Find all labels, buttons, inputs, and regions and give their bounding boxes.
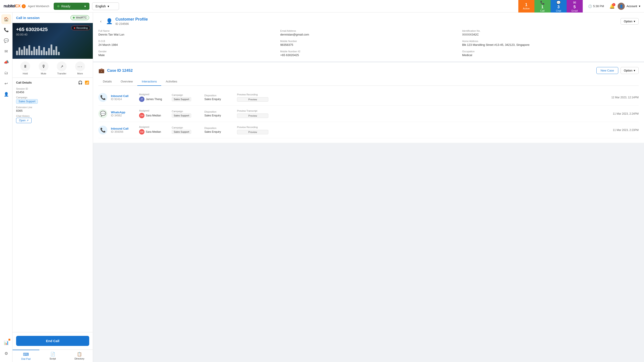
hold-label: Hold bbox=[23, 72, 28, 75]
campaign-row: Campaign Sales Support bbox=[16, 96, 89, 104]
chat-history-label: Chat History bbox=[16, 115, 89, 117]
right-panel: ‹ 👤 Customer Profile ID 234566 Option ▾ … bbox=[93, 12, 644, 362]
audio-bar bbox=[43, 47, 45, 55]
audio-bar bbox=[28, 45, 30, 55]
recording-label: Recording bbox=[76, 26, 88, 29]
language-button[interactable]: English ▾ bbox=[92, 2, 119, 10]
audio-bar bbox=[33, 47, 35, 55]
audio-bar bbox=[21, 50, 23, 55]
interaction-row: 📞 Inbound Call ID 359356 Assigned SM Sar… bbox=[98, 122, 639, 138]
audio-bar bbox=[16, 51, 18, 55]
more-button[interactable]: ··· More bbox=[75, 61, 85, 75]
call-label: Call bbox=[540, 9, 544, 12]
audio-bar bbox=[46, 51, 48, 55]
transfer-button[interactable]: ↗ Transfer bbox=[57, 61, 67, 75]
tab-chat[interactable]: 💬 3 Chat bbox=[550, 0, 567, 12]
preview-transcript-button[interactable]: Preview bbox=[237, 113, 268, 118]
campaign-label: Campaign bbox=[16, 96, 89, 99]
session-header: Call in session WebRTC bbox=[12, 12, 93, 23]
nav-activity[interactable]: 📊 bbox=[1, 338, 11, 348]
profile-field-fullname: Full Name Dennis Tan Wai Lun bbox=[98, 29, 275, 36]
tab-email[interactable]: ✉ 5 Email bbox=[567, 0, 583, 12]
interaction-campaign-col: Campaign Sales Support bbox=[172, 126, 201, 134]
tab-interactions[interactable]: Interactions bbox=[137, 77, 161, 86]
more-label: More bbox=[77, 72, 83, 75]
interaction-disposition-col: Disposition Sales Enquiry bbox=[204, 110, 234, 117]
audio-bar bbox=[36, 49, 38, 55]
preview-recording-button-2[interactable]: Preview bbox=[237, 130, 268, 134]
nav-history[interactable]: ↩ bbox=[1, 79, 11, 88]
profile-field-address: Home Address Blk 123 Marsilling Street #… bbox=[462, 40, 639, 46]
notif-badge: 1 bbox=[612, 3, 616, 6]
tab-details[interactable]: Details bbox=[98, 77, 116, 86]
call-count: 1 bbox=[541, 5, 544, 9]
tab-dialpad[interactable]: ⌨ Dial Pad bbox=[12, 350, 39, 362]
notification-button[interactable]: 🔔 1 bbox=[609, 3, 615, 9]
tab-active[interactable]: 1 Active bbox=[518, 0, 534, 12]
profile-header: ‹ 👤 Customer Profile ID 234566 Option ▾ bbox=[98, 17, 639, 25]
profile-field-dob: D.O.B 24 March 1984 bbox=[98, 40, 275, 46]
preview-recording-button[interactable]: Preview bbox=[237, 97, 268, 102]
tab-call[interactable]: 📞 1 Call bbox=[534, 0, 550, 12]
call-timer: 00:00:40 bbox=[16, 33, 89, 36]
end-call-button[interactable]: End Call bbox=[16, 336, 89, 346]
interactions-list: 📞 Inbound Call ID 92414 Assigned JT Jame… bbox=[98, 89, 639, 138]
session-id-label: Session ID bbox=[16, 87, 89, 90]
interaction-type-col: WhatsApp ID 34562 bbox=[111, 111, 136, 117]
tab-activities[interactable]: Activities bbox=[161, 77, 182, 86]
interaction-type-col: Inbound Call ID 359356 bbox=[111, 127, 136, 133]
interaction-campaign-col: Campaign Sales Support bbox=[172, 94, 201, 101]
customer-profile-card: ‹ 👤 Customer Profile ID 234566 Option ▾ … bbox=[93, 12, 644, 62]
dialpad-label: Dial Pad bbox=[21, 358, 31, 360]
chevron-down-icon: ▾ bbox=[634, 20, 635, 23]
logo: nubitelCX ⚡ Agent Workbench bbox=[4, 4, 49, 8]
transfer-icon: ↗ bbox=[57, 61, 67, 71]
account-label: Account bbox=[626, 4, 637, 8]
back-button[interactable]: ‹ bbox=[98, 19, 103, 24]
activity-icon: 📊 bbox=[4, 340, 9, 345]
session-id-row: Session ID 83456 bbox=[16, 87, 89, 94]
interaction-assigned-col: Assigned JT James Theng bbox=[139, 93, 168, 102]
nav-settings[interactable]: ⚙ bbox=[1, 349, 11, 359]
recording-badge: Recording bbox=[71, 26, 90, 30]
interaction-time: 11 Mar 2023, 2:23PM bbox=[613, 128, 639, 132]
more-icon: ··· bbox=[75, 61, 85, 71]
rec-dot bbox=[74, 27, 75, 29]
profile-option-button[interactable]: Option ▾ bbox=[620, 18, 639, 24]
nav-chat[interactable]: 💬 bbox=[1, 36, 11, 45]
dialpad-icon: ⌨ bbox=[23, 352, 29, 357]
open-chat-button[interactable]: Open ↗ bbox=[16, 118, 32, 123]
new-case-button[interactable]: New Case bbox=[596, 67, 618, 74]
audio-bar bbox=[56, 46, 57, 55]
external-link-icon: ↗ bbox=[26, 119, 28, 122]
interaction-disposition-col: Disposition Sales Enquiry bbox=[204, 94, 234, 101]
agent-avatar: SM bbox=[139, 113, 144, 118]
interaction-assigned-col: Assigned SM Sara Median bbox=[139, 109, 168, 118]
headset-icon: 🎧 bbox=[78, 80, 82, 85]
profile-field-mobile: Mobile Number 98358375 bbox=[280, 40, 456, 46]
hold-button[interactable]: ⏸ Hold bbox=[20, 61, 30, 75]
mute-button[interactable]: 🎙 Mute bbox=[39, 61, 48, 75]
ready-button[interactable]: Ready ▾ bbox=[54, 3, 90, 10]
interaction-preview-col: Preview Transcript Preview bbox=[237, 109, 268, 118]
nav-home[interactable]: 🏠 bbox=[1, 14, 11, 24]
interaction-disposition-col: Disposition Sales Enquiry bbox=[204, 127, 234, 133]
clock-icon: 🕐 bbox=[588, 4, 592, 8]
time-display: 5:38 PM bbox=[593, 4, 604, 8]
tab-script[interactable]: 📄 Script bbox=[39, 350, 66, 362]
wifi-icon: 📶 bbox=[85, 80, 89, 85]
tab-overview[interactable]: Overview bbox=[116, 77, 137, 86]
nav-email[interactable]: ✉ bbox=[1, 46, 11, 56]
nav-contacts[interactable]: 👤 bbox=[1, 89, 11, 99]
end-call-area: End Call bbox=[12, 332, 93, 350]
case-option-button[interactable]: Option ▾ bbox=[620, 67, 639, 74]
nav-announce[interactable]: 📣 bbox=[1, 57, 11, 67]
tab-directory[interactable]: 📋 Directory bbox=[66, 350, 93, 362]
nav-phone[interactable]: 📞 bbox=[1, 25, 11, 35]
nav-cases[interactable]: 🗂 bbox=[1, 68, 11, 78]
active-count: 1 bbox=[525, 2, 528, 7]
audio-bar bbox=[58, 52, 60, 55]
account-button[interactable]: 👤 Account ▾ bbox=[618, 3, 640, 10]
chevron-down-icon: ▾ bbox=[634, 69, 635, 72]
chat-count: 3 bbox=[558, 5, 560, 9]
